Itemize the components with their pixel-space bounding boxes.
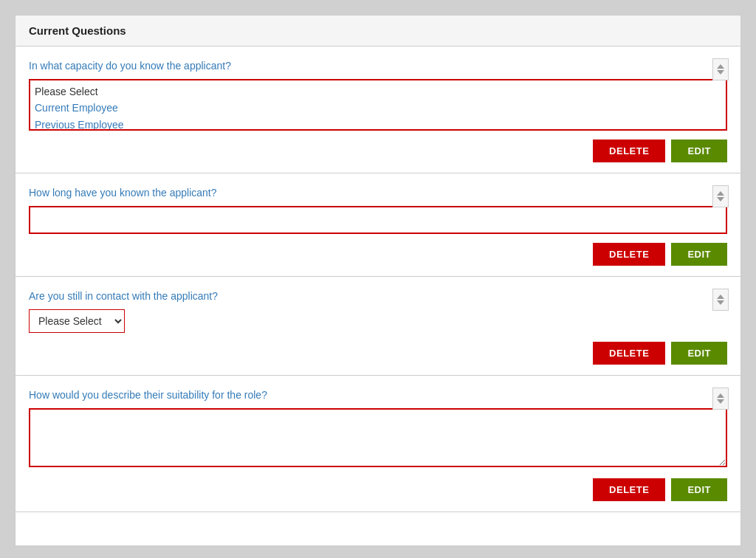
textarea-input-q4[interactable]	[29, 408, 727, 467]
page-title: Current Questions	[29, 24, 126, 37]
question-block-2: How long have you known the applicant? D…	[16, 173, 740, 277]
question-block-4: How would you describe their suitability…	[16, 376, 740, 512]
delete-button-3[interactable]: DELETE	[593, 342, 665, 365]
question-label-2: How long have you known the applicant?	[29, 187, 727, 199]
button-row-2: DELETE EDIT	[29, 243, 727, 266]
sort-handle-3[interactable]	[712, 289, 729, 311]
delete-button-2[interactable]: DELETE	[593, 243, 665, 266]
edit-button-1[interactable]: EDIT	[671, 140, 727, 162]
listbox-item[interactable]: Current Employee	[35, 100, 721, 116]
listbox-item[interactable]: Previous Employee	[35, 117, 721, 131]
edit-button-4[interactable]: EDIT	[671, 478, 727, 501]
button-row-3: DELETE EDIT	[29, 342, 727, 365]
sort-down-arrow-3	[717, 300, 724, 305]
button-row-4: DELETE EDIT	[29, 478, 727, 501]
sort-up-arrow-4	[717, 393, 724, 398]
select-input-q3[interactable]: Please Select Yes No	[29, 309, 125, 333]
sort-handle-4[interactable]	[712, 388, 729, 410]
text-input-q2[interactable]	[29, 206, 727, 234]
sort-handle-2[interactable]	[712, 185, 729, 207]
question-block-3: Are you still in contact with the applic…	[16, 277, 740, 376]
button-row-1: DELETE EDIT	[29, 140, 727, 162]
question-label-4: How would you describe their suitability…	[29, 389, 727, 401]
question-label-3: Are you still in contact with the applic…	[29, 290, 727, 302]
sort-down-arrow-2	[717, 197, 724, 202]
question-block-1: In what capacity do you know the applica…	[16, 46, 740, 173]
listbox-q1[interactable]: Please Select Current Employee Previous …	[29, 79, 727, 131]
delete-button-1[interactable]: DELETE	[593, 140, 665, 162]
sort-up-arrow-2	[717, 191, 724, 196]
page-header: Current Questions	[16, 16, 740, 46]
sort-up-arrow-1	[717, 64, 724, 69]
sort-up-arrow-3	[717, 294, 724, 299]
sort-down-arrow-4	[717, 399, 724, 404]
edit-button-2[interactable]: EDIT	[671, 243, 727, 266]
sort-handle-1[interactable]	[712, 58, 729, 80]
delete-button-4[interactable]: DELETE	[593, 478, 665, 501]
listbox-item[interactable]: Please Select	[35, 83, 721, 100]
sort-down-arrow-1	[717, 70, 724, 75]
edit-button-3[interactable]: EDIT	[671, 342, 727, 365]
question-label-1: In what capacity do you know the applica…	[29, 60, 727, 72]
main-container: Current Questions In what capacity do yo…	[15, 15, 741, 546]
